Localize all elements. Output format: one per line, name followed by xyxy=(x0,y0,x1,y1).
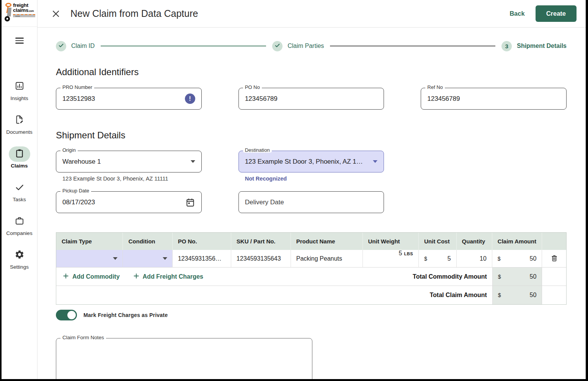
sidebar-item-label: Documents xyxy=(6,129,32,135)
insights-icon xyxy=(15,81,24,92)
total-commodity-label: Total Commodity Amount xyxy=(413,273,487,280)
origin-address: 123 Example St Door 3, Phoenix, AZ 11111 xyxy=(62,176,202,182)
ref-no-field[interactable]: Ref No 123456789 xyxy=(421,88,567,110)
field-value: 08/17/2023 xyxy=(62,199,95,206)
freight-private-toggle-row: Mark Freight Charges as Private xyxy=(56,310,567,320)
po-no-field[interactable]: PO No 123456789 xyxy=(238,88,384,110)
unit-weight-cell[interactable]: 5 LBS xyxy=(363,250,419,267)
claim-amount-cell[interactable]: $ 50 xyxy=(492,250,542,267)
field-value: 123 Example St Door 3, Phoenix, AZ 1… xyxy=(245,158,363,166)
condition-select[interactable] xyxy=(123,250,172,267)
sku-part-no-cell[interactable]: 1234593135643 xyxy=(231,250,291,267)
currency-sign: $ xyxy=(498,274,501,280)
pickup-date-field[interactable]: Pickup Date 08/17/2023 xyxy=(56,191,202,213)
document-edit-icon xyxy=(15,115,24,126)
step-claim-parties[interactable]: Claim Parties xyxy=(272,41,324,51)
freight-private-toggle[interactable] xyxy=(56,310,77,320)
step-connector xyxy=(101,46,266,46)
add-freight-charges-button[interactable]: Add Freight Charges xyxy=(133,273,203,281)
checkmark-icon xyxy=(15,182,24,194)
field-label: Ref No xyxy=(425,85,444,90)
quantity-cell[interactable]: 10 xyxy=(457,250,492,267)
close-icon[interactable] xyxy=(50,8,62,20)
column-header: PO No. xyxy=(173,233,231,250)
step-number: 3 xyxy=(505,43,508,49)
app-window: freight claims.com xyxy=(0,0,588,381)
create-button[interactable]: Create xyxy=(536,5,577,22)
table-footer-claim: Total Claim Amount $ 50 xyxy=(56,286,566,304)
total-commodity-value: 50 xyxy=(530,273,537,280)
field-value: 123456789 xyxy=(245,95,278,103)
menu-icon[interactable] xyxy=(13,35,26,46)
sidebar-item-claims[interactable]: Claims xyxy=(2,146,37,169)
field-value: Warehouse 1 xyxy=(62,158,101,166)
column-header: Claim Type xyxy=(56,233,123,250)
column-header-actions xyxy=(542,233,566,250)
step-label: Claim Parties xyxy=(287,43,324,49)
pro-number-field[interactable]: PRO Number 123512983 ! xyxy=(56,88,202,110)
warning-icon[interactable]: ! xyxy=(185,94,195,104)
field-label: Origin xyxy=(60,148,78,153)
origin-group: Origin Warehouse 1 123 Example St Door 3… xyxy=(56,151,202,182)
sidebar-item-insights[interactable]: Insights xyxy=(2,79,37,101)
total-claim-value: 50 xyxy=(530,292,537,299)
calendar-icon[interactable] xyxy=(185,197,195,207)
step-label: Claim ID xyxy=(71,43,95,49)
table-footer-commodity: Add Commodity Add Freight Charges Total … xyxy=(56,268,566,286)
sidebar-item-label: Settings xyxy=(10,264,29,270)
po-no-cell[interactable]: 12345931356… xyxy=(173,250,231,267)
form-content: Claim ID Claim Parties 3 Ship xyxy=(38,28,586,379)
back-button[interactable]: Back xyxy=(510,10,524,17)
column-header: Claim Amount xyxy=(492,233,542,250)
claim-type-select[interactable] xyxy=(56,250,122,267)
destination-status: Not Recognized xyxy=(245,176,384,182)
column-header: Condition xyxy=(123,233,172,250)
field-label: Pickup Date xyxy=(60,188,91,193)
brand-wordmark: freight claims.com xyxy=(13,3,35,17)
field-placeholder: Delivery Date xyxy=(245,199,284,206)
briefcase-icon xyxy=(15,216,24,227)
table-row: 12345931356… 1234593135643 Packing Peanu… xyxy=(56,250,566,268)
destination-group: Destination 123 Example St Door 3, Phoen… xyxy=(238,151,384,182)
currency-sign: $ xyxy=(498,292,501,298)
sidebar-item-tasks[interactable]: Tasks xyxy=(2,180,37,202)
column-header: Unit Cost xyxy=(419,233,457,250)
delivery-date-field[interactable]: Delivery Date xyxy=(238,191,384,213)
chevron-down-icon xyxy=(373,160,377,163)
add-freight-charges-label: Add Freight Charges xyxy=(143,273,203,280)
destination-select[interactable]: Destination 123 Example St Door 3, Phoen… xyxy=(238,151,384,172)
field-label: PO No xyxy=(243,85,262,90)
pallet-bar-graphic xyxy=(13,14,35,17)
field-value: 123456789 xyxy=(427,95,460,103)
stepper: Claim ID Claim Parties 3 Ship xyxy=(56,37,567,55)
sidebar-item-companies[interactable]: Companies xyxy=(2,214,37,236)
clipboard-icon xyxy=(15,148,24,160)
origin-select[interactable]: Origin Warehouse 1 xyxy=(56,151,202,172)
delete-row-button[interactable] xyxy=(542,250,566,267)
sidebar-item-settings[interactable]: Settings xyxy=(2,248,37,270)
step-shipment-details[interactable]: 3 Shipment Details xyxy=(501,41,567,51)
step-claim-id[interactable]: Claim ID xyxy=(56,41,95,51)
field-label: PRO Number xyxy=(60,85,94,90)
chevron-down-icon xyxy=(191,160,195,163)
plus-icon xyxy=(133,273,140,281)
sidebar-item-label: Companies xyxy=(6,230,32,236)
unit-cost-cell[interactable]: $ 5 xyxy=(419,250,456,267)
brand-logo[interactable]: freight claims.com xyxy=(2,0,37,27)
identifier-fields-row: PRO Number 123512983 ! PO No 123456789 R… xyxy=(56,88,567,110)
check-icon xyxy=(274,43,280,50)
claim-form-notes-field[interactable]: Claim Form Notes xyxy=(56,338,312,379)
sidebar: freight claims.com xyxy=(2,0,38,379)
add-commodity-button[interactable]: Add Commodity xyxy=(62,273,120,281)
product-name-cell[interactable]: Packing Peanuts xyxy=(291,250,363,267)
sidebar-item-documents[interactable]: Documents xyxy=(2,113,37,135)
step-label: Shipment Details xyxy=(517,43,567,49)
sidebar-nav: Insights Documents xyxy=(2,79,37,270)
field-value: 123512983 xyxy=(62,95,95,103)
pallet-jack-icon xyxy=(3,3,13,23)
header-actions: Back Create xyxy=(510,5,577,22)
sidebar-item-label: Tasks xyxy=(13,197,26,202)
total-claim-amount: $ 50 xyxy=(493,286,542,304)
page-title: New Claim from Data Capture xyxy=(70,8,198,19)
unit-weight-value: 5 xyxy=(399,250,402,257)
